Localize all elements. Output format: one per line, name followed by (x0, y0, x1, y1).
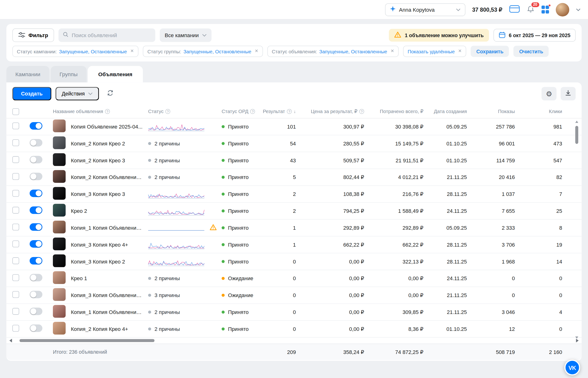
status-reasons-label: 2 причины (154, 174, 180, 180)
help-icon[interactable] (250, 109, 255, 114)
status-reasons[interactable]: 2 причины (148, 326, 222, 332)
scroll-left-arrow[interactable] (9, 339, 12, 343)
row-checkbox[interactable] (12, 308, 19, 315)
hscroll-track[interactable] (14, 339, 574, 342)
close-icon[interactable] (391, 49, 394, 54)
filter-chip-campaign-status[interactable]: Статус кампании: Запущенные, Остановленн… (12, 46, 139, 57)
status-reasons[interactable]: 2 причины (148, 140, 222, 146)
ad-enabled-toggle[interactable] (29, 206, 42, 214)
ad-name[interactable]: Копия_1 Копия Объявление... (71, 309, 148, 315)
hscroll-thumb[interactable] (20, 339, 155, 342)
close-icon[interactable] (255, 49, 258, 54)
ad-name[interactable]: Копия Объявление 2025-04... (71, 123, 148, 130)
scroll-up-arrow[interactable] (575, 121, 578, 123)
export-button[interactable] (560, 87, 576, 100)
search-input[interactable] (72, 32, 151, 38)
ad-thumbnail (53, 153, 66, 166)
row-checkbox[interactable] (12, 190, 19, 197)
date-range-picker[interactable]: 6 окт 2025 — 29 ноя 2025 (493, 29, 576, 42)
ord-status-dot (222, 327, 225, 331)
clear-filters-button[interactable]: Очистить (514, 46, 549, 57)
help-icon[interactable] (359, 109, 364, 114)
status-reasons[interactable]: 3 причины (148, 292, 222, 298)
ad-name[interactable]: Копия_3 Копия Крео 3 (71, 191, 148, 197)
help-icon[interactable] (287, 109, 292, 114)
status-reasons[interactable]: 2 причины (148, 309, 222, 315)
status-reasons[interactable]: 2 причины (148, 157, 222, 163)
ad-enabled-toggle[interactable] (29, 308, 42, 315)
ad-enabled-toggle[interactable] (29, 291, 42, 298)
ord-status: Принято (222, 191, 265, 197)
row-checkbox[interactable] (12, 173, 19, 180)
row-checkbox[interactable] (12, 156, 19, 163)
ad-name[interactable]: Копия_3 Копия Крео 2 (71, 258, 148, 264)
actions-button[interactable]: Действия (55, 87, 99, 100)
improve-hint-banner[interactable]: 1 объявление можно улучшить (389, 29, 489, 42)
ad-name[interactable]: Копия_2 Копия Объявление... (71, 174, 148, 180)
row-checkbox[interactable] (12, 274, 19, 281)
tab-campaigns[interactable]: Кампании (6, 66, 49, 82)
save-filters-button[interactable]: Сохранить (471, 46, 509, 57)
clicks: 0 (515, 292, 562, 298)
close-icon[interactable] (458, 49, 462, 54)
ad-name[interactable]: Крео 1 (71, 275, 148, 281)
ad-enabled-toggle[interactable] (29, 122, 42, 130)
scroll-right-arrow[interactable] (576, 339, 579, 343)
tab-groups[interactable]: Группы (51, 66, 87, 82)
ad-enabled-toggle[interactable] (29, 223, 42, 231)
help-icon[interactable] (165, 109, 170, 114)
ad-name[interactable]: Копия_3 Копия Объявление... (71, 292, 148, 298)
ad-enabled-toggle[interactable] (29, 189, 42, 197)
row-checkbox[interactable] (12, 224, 19, 230)
filter-chip-ad-status[interactable]: Статус объявления: Запущенные, Остановле… (267, 46, 399, 57)
ad-name[interactable]: Копия_1 Копия Объявление... (71, 225, 148, 231)
row-checkbox[interactable] (12, 257, 19, 264)
row-checkbox[interactable] (12, 207, 19, 214)
profile-chevron-down-icon[interactable] (576, 8, 581, 11)
select-all-checkbox[interactable] (12, 108, 19, 115)
filter-chip-group-status[interactable]: Статус группы: Запущенные, Остановленные (143, 46, 263, 57)
help-icon[interactable] (105, 109, 110, 114)
close-icon[interactable] (130, 49, 134, 54)
row-checkbox[interactable] (12, 325, 19, 332)
tab-ads[interactable]: Объявления (88, 66, 143, 82)
ad-name[interactable]: Копия_3 Копия Крео 4+ (71, 242, 148, 248)
vk-support-fab[interactable]: VK (564, 360, 580, 375)
ad-enabled-toggle[interactable] (29, 257, 42, 264)
payments-button[interactable] (509, 5, 520, 14)
sort-desc-icon[interactable]: ↓ (294, 109, 296, 114)
ad-name[interactable]: Крео 2 (71, 208, 148, 214)
ad-enabled-toggle[interactable] (29, 173, 42, 180)
ad-enabled-toggle[interactable] (29, 274, 42, 281)
vscroll-thumb[interactable] (575, 126, 578, 144)
ad-enabled-toggle[interactable] (29, 324, 42, 332)
status-reasons[interactable]: 2 причины (148, 275, 222, 281)
impressions: 20 416 (467, 174, 515, 180)
campaign-select[interactable]: Все кампании (160, 28, 211, 42)
ad-enabled-toggle[interactable] (29, 139, 42, 146)
account-selector[interactable]: Anna Kopytova (385, 3, 465, 16)
warning-triangle-icon[interactable] (210, 224, 217, 232)
apps-menu-button[interactable] (541, 6, 549, 13)
profile-menu[interactable] (556, 3, 569, 16)
status-reasons[interactable]: 2 причины (148, 174, 222, 180)
table-row: Крео 2 Принято 2 794,25 ₽ 1 588,49 ₽ 24.… (6, 203, 582, 220)
ad-name[interactable]: Копия_2 Копия Крео 4+ (71, 326, 148, 332)
scroll-down-arrow[interactable] (575, 336, 578, 338)
row-checkbox[interactable] (12, 241, 19, 247)
row-checkbox[interactable] (12, 122, 19, 129)
filter-chip-show-deleted[interactable]: Показать удалённые (403, 46, 466, 57)
ad-enabled-toggle[interactable] (29, 156, 42, 163)
status-reasons-label: 2 причины (154, 309, 180, 315)
ad-name[interactable]: Копия_2 Копия Крео 3 (71, 157, 148, 163)
refresh-button[interactable] (103, 87, 117, 100)
row-checkbox[interactable] (12, 291, 19, 298)
apps-grid-icon (541, 6, 549, 13)
notifications-button[interactable]: 20 (526, 5, 535, 14)
ad-enabled-toggle[interactable] (29, 240, 42, 248)
row-checkbox[interactable] (12, 139, 19, 146)
create-button[interactable]: Создать (12, 87, 51, 100)
ad-name[interactable]: Копия_2 Копия Крео 2 (71, 140, 148, 146)
table-settings-button[interactable]: ⚙ (542, 87, 557, 100)
filter-button[interactable]: Фильтр (12, 28, 54, 42)
